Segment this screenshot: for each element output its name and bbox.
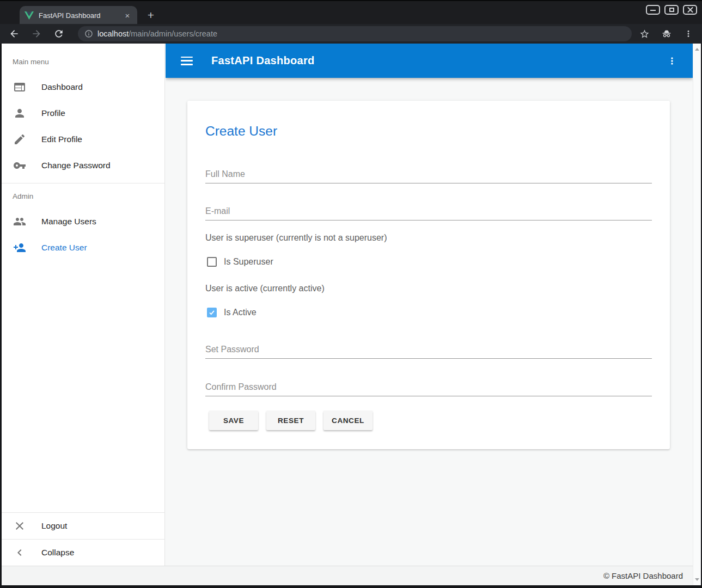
maximize-button[interactable] [664,5,679,15]
reset-button[interactable]: RESET [266,411,315,430]
sidebar-section-main-menu: Main menu [13,58,164,66]
checkmark-icon [208,309,216,316]
people-icon [13,215,26,228]
confirm-password-field [205,382,652,396]
email-field [205,206,652,220]
pencil-icon [13,133,26,146]
kebab-menu-icon[interactable] [667,56,677,66]
app-header: FastAPI Dashboard [166,44,693,78]
email-input[interactable] [205,206,652,220]
url-bar[interactable]: localhost/main/admin/users/create [78,26,632,41]
sidebar-item-change-password[interactable]: Change Password [2,152,164,179]
reload-icon[interactable] [53,28,64,39]
set-password-field [205,344,652,359]
url-text: localhost/main/admin/users/create [97,29,217,38]
close-window-button[interactable] [683,5,697,15]
is-active-checkbox[interactable] [207,308,217,317]
page-title: Create User [205,124,652,138]
window-controls [646,5,697,15]
is-superuser-checkbox[interactable] [207,257,217,267]
tab-title: FastAPI Dashboard [39,11,123,20]
full-name-field [205,169,652,183]
sidebar-section-admin: Admin [13,192,164,200]
chevron-left-icon [13,546,26,559]
web-icon [13,81,26,94]
scrollbar-down-arrow-icon[interactable] [695,578,699,581]
sidebar: Main menu Dashboard Profile Edit Profile… [2,44,165,566]
browser-toolbar: localhost/main/admin/users/create [0,24,702,44]
browser-tab[interactable]: FastAPI Dashboard × [20,6,137,25]
set-password-input[interactable] [205,344,652,359]
key-icon [13,159,26,172]
is-superuser-checkbox-row[interactable]: Is Superuser [207,256,652,267]
create-user-card: Create User User is superuser (currently… [187,101,670,449]
checkbox-label: Is Active [224,308,257,317]
person-icon [13,107,26,120]
bookmark-star-icon[interactable] [639,29,650,39]
sidebar-item-label: Profile [41,108,65,118]
sidebar-item-label: Collapse [41,548,74,558]
hamburger-menu-icon[interactable] [181,57,193,65]
back-icon[interactable] [9,28,20,39]
sidebar-item-profile[interactable]: Profile [2,100,164,126]
copyright-text: © FastAPI Dashboard [603,571,683,580]
active-hint: User is active (currently active) [205,283,652,293]
checkbox-label: Is Superuser [224,257,273,267]
sidebar-item-create-user[interactable]: Create User [2,235,164,261]
sidebar-item-label: Manage Users [41,217,96,226]
full-name-input[interactable] [205,169,652,183]
new-tab-button[interactable]: + [143,8,158,23]
scrollbar-up-arrow-icon[interactable] [695,48,699,51]
sidebar-item-label: Change Password [41,161,111,170]
app-title: FastAPI Dashboard [211,54,667,67]
sidebar-item-label: Edit Profile [41,134,82,144]
incognito-icon [661,28,673,39]
vue-logo-icon [25,11,34,20]
confirm-password-input[interactable] [205,382,652,396]
cancel-button[interactable]: CANCEL [323,411,373,430]
is-active-checkbox-row[interactable]: Is Active [207,307,652,318]
forward-icon[interactable] [31,28,42,39]
tab-close-icon[interactable]: × [123,11,132,21]
person-add-icon [13,241,26,254]
sidebar-item-dashboard[interactable]: Dashboard [2,74,164,100]
sidebar-item-label: Create User [41,243,87,253]
minimize-button[interactable] [646,5,660,15]
page-viewport: Main menu Dashboard Profile Edit Profile… [2,44,701,585]
form-buttons: SAVE RESET CANCEL [209,411,652,430]
sidebar-spacer [2,261,164,512]
save-button[interactable]: SAVE [209,411,258,430]
browser-titlebar: FastAPI Dashboard × + [0,0,702,24]
site-info-icon[interactable] [84,29,93,38]
sidebar-item-collapse[interactable]: Collapse [2,540,164,566]
sidebar-divider [2,183,164,183]
sidebar-item-label: Logout [41,521,67,531]
sidebar-item-manage-users[interactable]: Manage Users [2,209,164,235]
superuser-hint: User is superuser (currently is not a su… [205,232,652,243]
browser-menu-icon[interactable] [683,29,693,39]
close-icon [13,519,26,532]
sidebar-item-label: Dashboard [41,82,83,92]
main-content: FastAPI Dashboard Create User User is su… [166,44,693,566]
sidebar-item-logout[interactable]: Logout [2,513,164,539]
app-footer: © FastAPI Dashboard [2,566,693,585]
scrollbar[interactable] [693,44,701,585]
sidebar-item-edit-profile[interactable]: Edit Profile [2,126,164,152]
